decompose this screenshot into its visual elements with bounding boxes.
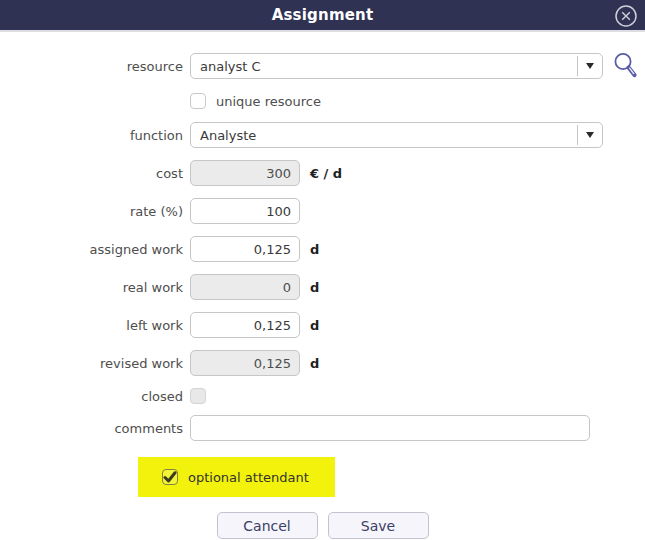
revised-work-label: revised work — [0, 356, 183, 371]
assigned-work-label: assigned work — [0, 242, 183, 257]
checkmark-icon — [163, 471, 177, 484]
left-work-label: left work — [0, 318, 183, 333]
dialog-title: Assignment — [272, 6, 374, 24]
unique-resource-label: unique resource — [216, 94, 321, 109]
resource-select[interactable]: analyst C — [190, 53, 603, 79]
button-row: Cancel Save — [0, 512, 645, 539]
optional-attendant-checkbox[interactable] — [162, 469, 178, 485]
real-work-input — [190, 274, 300, 300]
function-row: function Analyste — [0, 122, 645, 148]
close-icon — [614, 4, 638, 28]
real-work-row: real work d — [0, 274, 645, 300]
rate-input[interactable] — [190, 198, 300, 224]
function-label: function — [0, 128, 183, 143]
function-value: Analyste — [191, 123, 577, 147]
closed-row: closed — [0, 388, 645, 404]
closed-checkbox — [190, 388, 206, 404]
real-work-unit: d — [310, 280, 319, 295]
optional-attendant-label: optional attendant — [188, 470, 309, 485]
cancel-button[interactable]: Cancel — [217, 512, 318, 539]
resource-search-button[interactable] — [612, 51, 640, 81]
function-select[interactable]: Analyste — [190, 122, 603, 148]
comments-label: comments — [0, 421, 183, 436]
close-button[interactable] — [614, 4, 638, 28]
left-work-row: left work d — [0, 312, 645, 338]
chevron-down-icon[interactable] — [577, 125, 602, 145]
dialog-header: Assignment — [0, 0, 645, 32]
revised-work-row: revised work d — [0, 350, 645, 376]
search-icon — [612, 51, 640, 81]
cost-unit: € / d — [310, 166, 342, 181]
rate-label: rate (%) — [0, 204, 183, 219]
assignment-dialog: Assignment resource analyst C — [0, 0, 645, 540]
save-button[interactable]: Save — [328, 512, 429, 539]
revised-work-unit: d — [310, 356, 319, 371]
assigned-work-unit: d — [310, 242, 319, 257]
left-work-unit: d — [310, 318, 319, 333]
left-work-input[interactable] — [190, 312, 300, 338]
cost-input — [190, 160, 300, 186]
chevron-down-icon[interactable] — [577, 56, 602, 76]
assigned-work-row: assigned work d — [0, 236, 645, 262]
comments-input[interactable] — [190, 415, 590, 441]
assigned-work-input[interactable] — [190, 236, 300, 262]
real-work-label: real work — [0, 280, 183, 295]
unique-resource-row: unique resource — [0, 93, 645, 109]
cost-label: cost — [0, 166, 183, 181]
optional-attendant-highlight: optional attendant — [138, 457, 335, 497]
unique-resource-checkbox[interactable] — [190, 93, 206, 109]
resource-label: resource — [0, 59, 183, 74]
resource-row: resource analyst C — [0, 51, 645, 81]
cost-row: cost € / d — [0, 160, 645, 186]
comments-row: comments — [0, 415, 645, 441]
revised-work-input — [190, 350, 300, 376]
dialog-body: resource analyst C unique resource funct… — [0, 32, 645, 539]
rate-row: rate (%) — [0, 198, 645, 224]
optional-attendant-row: optional attendant — [138, 457, 645, 497]
resource-value: analyst C — [191, 54, 577, 78]
closed-label: closed — [0, 389, 183, 404]
